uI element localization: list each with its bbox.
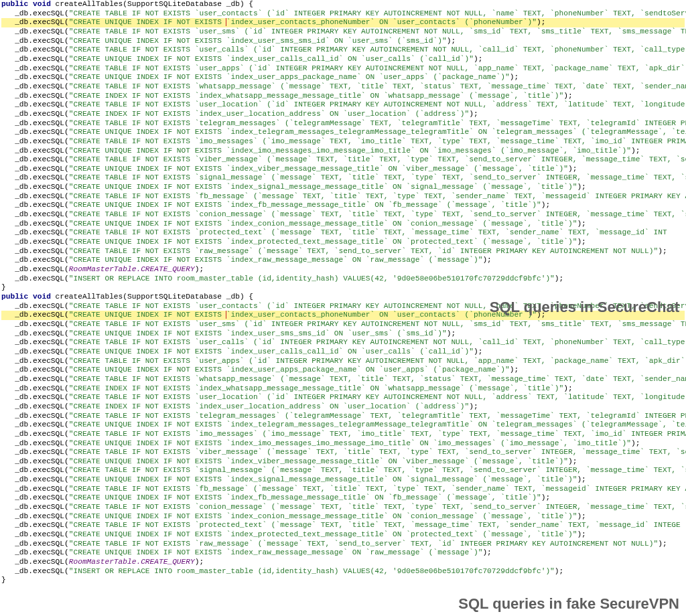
code-line: _db.execSQL("CREATE UNIQUE INDEX IF NOT … — [1, 420, 685, 430]
code-line: _db.execSQL("CREATE INDEX IF NOT EXISTS … — [1, 384, 685, 394]
code-line: _db.execSQL("CREATE UNIQUE INDEX IF NOT … — [1, 128, 685, 137]
code-line: _db.execSQL("CREATE UNIQUE INDEX IF NOT … — [1, 37, 685, 46]
code-line: _db.execSQL("CREATE UNIQUE INDEX IF NOT … — [1, 366, 685, 375]
code-line: _db.execSQL("CREATE TABLE IF NOT EXISTS … — [1, 100, 685, 110]
code-line: _db.execSQL("CREATE TABLE IF NOT EXISTS … — [1, 247, 685, 256]
code-line: _db.execSQL("CREATE UNIQUE INDEX IF NOT … — [1, 439, 685, 449]
code-line: _db.execSQL("CREATE TABLE IF NOT EXISTS … — [1, 137, 685, 147]
code-line: _db.execSQL("CREATE INDEX IF NOT EXISTS … — [1, 110, 685, 119]
code-line: _db.execSQL(RoomMasterTable.CREATE_QUERY… — [1, 558, 685, 567]
code-line: _db.execSQL("CREATE TABLE IF NOT EXISTS … — [1, 192, 685, 202]
code-line: _db.execSQL("INSERT OR REPLACE INTO room… — [1, 567, 685, 576]
method-signature: public void createAllTables(SupportSQLit… — [1, 293, 685, 302]
code-block-securevpn: public void createAllTables(SupportSQLit… — [0, 293, 686, 585]
code-line: _db.execSQL("CREATE UNIQUE INDEX IF NOT … — [1, 493, 685, 503]
code-line: _db.execSQL("CREATE TABLE IF NOT EXISTS … — [1, 338, 685, 348]
code-line: _db.execSQL("CREATE TABLE IF NOT EXISTS … — [1, 82, 685, 92]
code-line: _db.execSQL("CREATE TABLE IF NOT EXISTS … — [1, 393, 685, 402]
brace-close: } — [1, 283, 685, 293]
code-line: _db.execSQL("CREATE TABLE IF NOT EXISTS … — [1, 302, 685, 311]
code-line: _db.execSQL("CREATE UNIQUE INDEX IF NOT … — [1, 530, 685, 540]
code-line: _db.execSQL("CREATE UNIQUE INDEX IF NOT … — [1, 238, 685, 247]
code-line: _db.execSQL("CREATE UNIQUE INDEX IF NOT … — [1, 548, 685, 558]
code-line: _db.execSQL("CREATE TABLE IF NOT EXISTS … — [1, 412, 685, 421]
code-line: _db.execSQL("CREATE UNIQUE INDEX IF NOT … — [1, 183, 685, 192]
code-line: _db.execSQL("CREATE TABLE IF NOT EXISTS … — [1, 540, 685, 549]
code-line: _db.execSQL("INSERT OR REPLACE INTO room… — [1, 275, 685, 284]
code-line: _db.execSQL("CREATE TABLE IF NOT EXISTS … — [1, 485, 685, 494]
code-line: _db.execSQL("CREATE INDEX IF NOT EXISTS … — [1, 92, 685, 101]
code-line: _db.execSQL("CREATE UNIQUE INDEX IF NOT … — [1, 256, 685, 265]
code-line: _db.execSQL("CREATE TABLE IF NOT EXISTS … — [1, 375, 685, 384]
code-line: _db.execSQL("CREATE UNIQUE INDEX IF NOT … — [1, 512, 685, 522]
code-line: _db.execSQL("CREATE TABLE IF NOT EXISTS … — [1, 173, 685, 183]
code-line: _db.execSQL("CREATE TABLE IF NOT EXISTS … — [1, 503, 685, 512]
code-line: _db.execSQL("CREATE UNIQUE INDEX IF NOT … — [1, 475, 685, 485]
method-signature: public void createAllTables(SupportSQLit… — [1, 0, 685, 9]
code-line: _db.execSQL("CREATE UNIQUE INDEX IF NOT … — [1, 55, 685, 64]
code-line: _db.execSQL("CREATE TABLE IF NOT EXISTS … — [1, 448, 685, 457]
brace-close: } — [1, 576, 685, 585]
code-line: _db.execSQL("CREATE TABLE IF NOT EXISTS … — [1, 27, 685, 37]
code-line: _db.execSQL("CREATE UNIQUE INDEX IF NOT … — [1, 73, 685, 82]
code-line: _db.execSQL("CREATE UNIQUE INDEX IF NOT … — [1, 329, 685, 339]
code-line: _db.execSQL("CREATE TABLE IF NOT EXISTS … — [1, 46, 685, 55]
code-line: _db.execSQL("CREATE TABLE IF NOT EXISTS … — [1, 119, 685, 129]
code-line: _db.execSQL("CREATE UNIQUE INDEX IF NOT … — [1, 348, 685, 357]
code-line: _db.execSQL("CREATE TABLE IF NOT EXISTS … — [1, 210, 685, 220]
code-line: _db.execSQL("CREATE UNIQUE INDEX IF NOT … — [1, 311, 685, 320]
code-line: _db.execSQL("CREATE TABLE IF NOT EXISTS … — [1, 357, 685, 366]
code-line: _db.execSQL("CREATE UNIQUE INDEX IF NOT … — [1, 18, 685, 27]
code-line: _db.execSQL("CREATE TABLE IF NOT EXISTS … — [1, 521, 685, 530]
code-line: _db.execSQL("CREATE TABLE IF NOT EXISTS … — [1, 466, 685, 475]
code-line: _db.execSQL(RoomMasterTable.CREATE_QUERY… — [1, 265, 685, 275]
code-line: _db.execSQL("CREATE INDEX IF NOT EXISTS … — [1, 402, 685, 412]
code-line: _db.execSQL("CREATE TABLE IF NOT EXISTS … — [1, 155, 685, 165]
code-line: _db.execSQL("CREATE UNIQUE INDEX IF NOT … — [1, 457, 685, 467]
code-line: _db.execSQL("CREATE TABLE IF NOT EXISTS … — [1, 228, 685, 238]
code-line: _db.execSQL("CREATE UNIQUE INDEX IF NOT … — [1, 201, 685, 210]
code-line: _db.execSQL("CREATE TABLE IF NOT EXISTS … — [1, 430, 685, 439]
code-line: _db.execSQL("CREATE TABLE IF NOT EXISTS … — [1, 320, 685, 329]
code-line: _db.execSQL("CREATE UNIQUE INDEX IF NOT … — [1, 220, 685, 229]
code-line: _db.execSQL("CREATE TABLE IF NOT EXISTS … — [1, 64, 685, 74]
code-line: _db.execSQL("CREATE TABLE IF NOT EXISTS … — [1, 9, 685, 19]
code-block-securechat: public void createAllTables(SupportSQLit… — [0, 0, 686, 293]
code-line: _db.execSQL("CREATE UNIQUE INDEX IF NOT … — [1, 147, 685, 156]
code-line: _db.execSQL("CREATE UNIQUE INDEX IF NOT … — [1, 165, 685, 174]
